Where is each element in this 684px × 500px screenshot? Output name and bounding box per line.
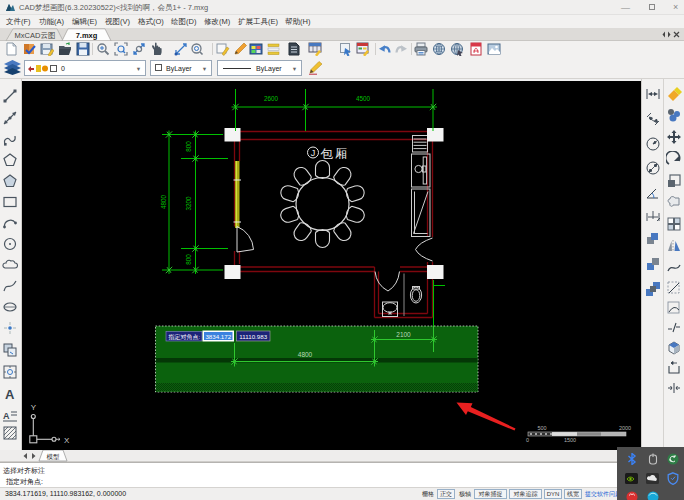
svg-text:2600: 2600 <box>264 95 279 102</box>
svg-text:7.mxg: 7.mxg <box>76 31 98 40</box>
svg-text:MxCAD云图: MxCAD云图 <box>15 31 56 40</box>
svg-text:500: 500 <box>537 425 546 431</box>
svg-text:800: 800 <box>185 254 192 265</box>
svg-text:A: A <box>3 411 10 421</box>
svg-text:3200: 3200 <box>185 196 192 211</box>
svg-text:2000: 2000 <box>619 425 631 431</box>
svg-text:4500: 4500 <box>356 95 371 102</box>
svg-text:指定对角点:: 指定对角点: <box>168 333 201 341</box>
svg-text:2100: 2100 <box>396 331 411 338</box>
svg-text:Y: Y <box>31 403 37 412</box>
svg-text:4800: 4800 <box>298 351 313 358</box>
svg-text:0: 0 <box>526 437 529 443</box>
svg-text:A: A <box>5 387 15 402</box>
svg-text:11110.983: 11110.983 <box>239 333 267 340</box>
svg-text:J: J <box>311 148 316 158</box>
svg-text:1500: 1500 <box>564 437 576 443</box>
svg-text:X: X <box>64 436 70 445</box>
svg-text:800: 800 <box>185 141 192 152</box>
svg-text:4800: 4800 <box>160 195 167 210</box>
svg-text:模型: 模型 <box>47 453 61 460</box>
svg-text:包厢: 包厢 <box>321 147 350 161</box>
svg-text:3834.172: 3834.172 <box>205 333 231 340</box>
